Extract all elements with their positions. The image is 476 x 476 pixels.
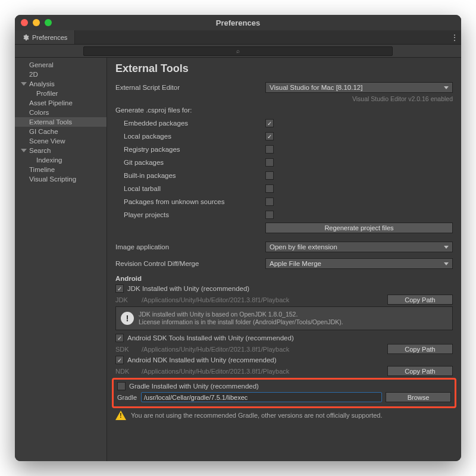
jdk-info-box: ! JDK installed with Unity is based on O… xyxy=(115,306,453,330)
preferences-window: Preferences Preferences ⋮ ⌕ General 2D A… xyxy=(15,15,461,461)
gear-icon xyxy=(22,34,29,41)
sdk-path: /Applications/Unity/Hub/Editor/2021.3.8f… xyxy=(139,344,384,354)
sidebar-item-external-tools[interactable]: External Tools xyxy=(15,117,107,127)
tab-label: Preferences xyxy=(32,34,67,41)
csproj-checkbox[interactable] xyxy=(265,198,274,206)
window-title: Preferences xyxy=(216,18,260,27)
kebab-menu-icon[interactable]: ⋮ xyxy=(448,30,461,44)
search-icon: ⌕ xyxy=(236,48,240,54)
csproj-option-label: Embedded packages xyxy=(115,120,265,127)
csproj-option-label: Git packages xyxy=(115,159,265,166)
jdk-copy-button[interactable]: Copy Path xyxy=(387,295,453,305)
chevron-down-icon xyxy=(444,262,449,265)
csproj-checkbox[interactable] xyxy=(265,184,274,193)
close-icon[interactable] xyxy=(21,19,28,26)
search-input[interactable]: ⌕ xyxy=(83,46,393,56)
info-icon: ! xyxy=(121,312,134,325)
sidebar-item-timeline[interactable]: Timeline xyxy=(15,165,107,174)
regenerate-button[interactable]: Regenerate project files xyxy=(265,223,453,233)
traffic-lights xyxy=(21,19,52,26)
chevron-down-icon xyxy=(21,149,27,152)
gradle-highlight: Gradle Installed with Unity (recommended… xyxy=(112,378,456,408)
sidebar-item-analysis[interactable]: Analysis xyxy=(15,79,107,89)
gradle-label: Gradle xyxy=(117,394,141,401)
sidebar-item-2d[interactable]: 2D xyxy=(15,70,107,79)
sdk-label: SDK xyxy=(115,346,139,353)
sidebar-item-asset-pipeline[interactable]: Asset Pipeline xyxy=(15,98,107,108)
gradle-browse-button[interactable]: Browse xyxy=(386,392,451,402)
csproj-option-label: Packages from unknown sources xyxy=(115,198,265,205)
editor-version-note: Visual Studio Editor v2.0.16 enabled xyxy=(115,95,453,105)
sidebar-item-profiler[interactable]: Profiler xyxy=(15,89,107,98)
gradle-warning: You are not using the recommended Gradle… xyxy=(115,411,453,420)
tab-preferences[interactable]: Preferences xyxy=(15,30,75,44)
sidebar-item-general[interactable]: General xyxy=(15,60,107,70)
csproj-checkbox[interactable] xyxy=(265,211,274,219)
chevron-down-icon xyxy=(444,86,449,89)
ndk-checkbox[interactable]: ✓ xyxy=(115,356,124,364)
external-editor-label: External Script Editor xyxy=(115,84,265,91)
sdk-copy-button[interactable]: Copy Path xyxy=(387,344,453,354)
sidebar-item-colors[interactable]: Colors xyxy=(15,108,107,117)
chevron-down-icon xyxy=(21,82,27,86)
gradle-checkbox[interactable] xyxy=(117,382,126,390)
minimize-icon[interactable] xyxy=(33,19,40,26)
sidebar: General 2D Analysis Profiler Asset Pipel… xyxy=(15,58,107,461)
sidebar-item-indexing[interactable]: Indexing xyxy=(15,155,107,165)
csproj-checkbox[interactable] xyxy=(265,171,274,180)
ndk-label: NDK xyxy=(115,368,139,375)
tab-bar: Preferences ⋮ xyxy=(15,30,461,45)
csproj-option-label: Built-in packages xyxy=(115,172,265,179)
csproj-checkbox[interactable]: ✓ xyxy=(265,132,274,140)
revision-control-dropdown[interactable]: Apple File Merge xyxy=(265,258,453,269)
csproj-checkbox[interactable]: ✓ xyxy=(265,119,274,127)
sidebar-item-search[interactable]: Search xyxy=(15,146,107,155)
sidebar-item-gi-cache[interactable]: GI Cache xyxy=(15,127,107,136)
jdk-label: JDK xyxy=(115,296,139,303)
content-pane: External Tools External Script Editor Vi… xyxy=(107,58,461,461)
revision-control-label: Revision Control Diff/Merge xyxy=(115,260,265,267)
image-app-dropdown[interactable]: Open by file extension xyxy=(265,242,453,252)
external-editor-dropdown[interactable]: Visual Studio for Mac [8.10.12] xyxy=(265,82,453,93)
csproj-option-label: Registry packages xyxy=(115,146,265,153)
jdk-checkbox[interactable]: ✓ xyxy=(115,284,124,293)
sidebar-item-scene-view[interactable]: Scene View xyxy=(15,136,107,146)
ndk-path: /Applications/Unity/Hub/Editor/2021.3.8f… xyxy=(139,366,384,376)
csproj-option-label: Player projects xyxy=(115,211,265,218)
maximize-icon[interactable] xyxy=(45,19,52,26)
android-section-header: Android xyxy=(115,275,453,282)
gradle-path-input[interactable]: /usr/local/Cellar/gradle/7.5.1/libexec xyxy=(141,392,382,402)
sdk-checkbox[interactable]: ✓ xyxy=(115,334,124,342)
sidebar-item-visual-scripting[interactable]: Visual Scripting xyxy=(15,174,107,184)
page-title: External Tools xyxy=(115,62,453,75)
csproj-label: Generate .csproj files for: xyxy=(115,107,265,114)
jdk-path: /Applications/Unity/Hub/Editor/2021.3.8f… xyxy=(139,295,384,305)
warning-icon xyxy=(115,411,126,420)
csproj-option-label: Local tarball xyxy=(115,185,265,192)
image-app-label: Image application xyxy=(115,243,265,250)
csproj-checkbox[interactable] xyxy=(265,145,274,154)
csproj-option-label: Local packages xyxy=(115,133,265,140)
chevron-down-icon xyxy=(444,246,449,249)
csproj-checkbox[interactable] xyxy=(265,158,274,167)
titlebar: Preferences xyxy=(15,15,461,30)
search-bar: ⌕ xyxy=(15,45,461,58)
ndk-copy-button[interactable]: Copy Path xyxy=(387,366,453,376)
